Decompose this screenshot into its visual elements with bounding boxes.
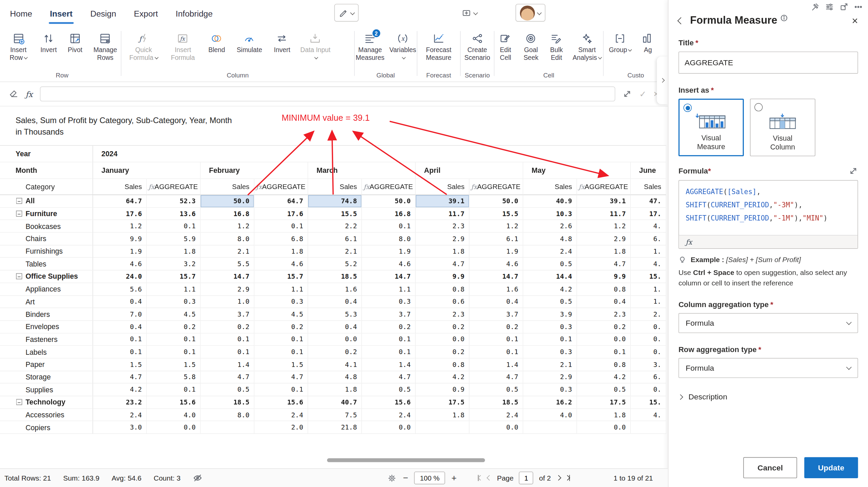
table-cell[interactable]: 1.5 (93, 358, 147, 371)
table-cell[interactable]: 1.6 (308, 283, 362, 296)
first-page-button[interactable] (478, 475, 482, 481)
table-cell[interactable]: 4.7 (254, 371, 308, 384)
table-cell[interactable]: 0.8 (577, 283, 631, 296)
table-cell[interactable]: 0.3 (362, 296, 416, 308)
table-cell[interactable]: 0.6 (416, 296, 470, 308)
row-label[interactable]: Furniture (0, 208, 93, 220)
table-cell[interactable]: 1. (631, 245, 666, 258)
table-cell[interactable]: 4.2 (523, 283, 577, 296)
table-cell[interactable]: 9.9 (416, 271, 470, 283)
table-cell[interactable]: 4.2 (416, 371, 470, 384)
table-cell[interactable]: 5.3 (308, 308, 362, 321)
table-cell[interactable]: 0.1 (147, 220, 201, 233)
table-cell[interactable]: 2.3 (577, 308, 631, 321)
table-cell[interactable]: 3.7 (201, 308, 254, 321)
table-cell[interactable]: 1.9 (93, 245, 147, 258)
page-input[interactable] (519, 471, 534, 484)
table-cell[interactable]: 0.2 (147, 321, 201, 333)
sales-column-header[interactable]: Sales (93, 179, 147, 195)
table-cell[interactable]: 16.8 (201, 208, 254, 220)
month-label[interactable]: Month (0, 162, 93, 179)
table-cell[interactable]: 15.6 (147, 396, 201, 409)
table-cell[interactable]: 1.8 (416, 245, 470, 258)
table-cell[interactable]: 0. (631, 321, 666, 333)
table-cell[interactable]: 0. (631, 384, 666, 396)
hide-stats-icon[interactable] (193, 473, 202, 483)
goal-seek-button[interactable]: Goal Seek (520, 30, 542, 72)
table-cell[interactable]: 6.1 (470, 233, 523, 245)
more-options-icon[interactable] (854, 3, 863, 11)
sales-column-header[interactable]: Sales (416, 179, 470, 195)
table-cell[interactable]: 1.4 (362, 358, 416, 371)
table-cell[interactable]: 2.1 (201, 245, 254, 258)
table-cell[interactable]: 0.2 (416, 346, 470, 358)
back-button[interactable] (678, 17, 685, 24)
table-cell[interactable]: 4.2 (93, 384, 147, 396)
table-cell[interactable]: 14.4 (523, 271, 577, 283)
table-cell[interactable]: 1.1 (362, 283, 416, 296)
table-cell[interactable]: 0.1 (93, 333, 147, 346)
row-label[interactable]: Copiers (0, 421, 93, 434)
table-cell[interactable]: 6.1 (308, 233, 362, 245)
table-cell[interactable]: 4.2 (577, 371, 631, 384)
insert-row-button[interactable]: Insert Row (3, 30, 33, 72)
table-cell[interactable]: 0.0 (470, 421, 523, 434)
year-label[interactable]: Year (0, 146, 93, 162)
table-cell[interactable]: 2.4 (523, 245, 577, 258)
table-cell[interactable]: 2.3 (416, 220, 470, 233)
table-cell[interactable]: 0.3 (523, 384, 577, 396)
row-label[interactable]: Labels (0, 346, 93, 358)
table-cell[interactable]: 0.1 (523, 333, 577, 346)
table-cell[interactable]: 0.3 (147, 296, 201, 308)
table-cell[interactable]: 17.6 (254, 208, 308, 220)
table-cell[interactable]: 0.5 (470, 384, 523, 396)
table-cell[interactable]: 0.1 (201, 333, 254, 346)
table-cell[interactable]: 0.1 (362, 220, 416, 233)
table-cell[interactable]: 3. (631, 358, 666, 371)
table-cell[interactable]: 1.4 (201, 358, 254, 371)
table-cell[interactable]: 2.9 (523, 371, 577, 384)
info-icon[interactable] (781, 14, 788, 21)
month-cell[interactable]: April (416, 162, 523, 179)
table-cell[interactable]: 9.9 (577, 271, 631, 283)
table-cell[interactable]: 1.4 (470, 358, 523, 371)
sales-column-header[interactable]: Sales (308, 179, 362, 195)
pivot-button[interactable]: Pivot (64, 30, 86, 72)
visual-column-option[interactable]: Visual Column (750, 99, 815, 156)
table-cell[interactable]: 0.2 (416, 321, 470, 333)
table-cell[interactable]: 4.0 (147, 409, 201, 421)
table-cell[interactable]: 0.0 (308, 333, 362, 346)
table-cell[interactable]: 0.1 (147, 346, 201, 358)
row-label[interactable]: Accessories (0, 409, 93, 421)
table-cell[interactable]: 13.6 (147, 208, 201, 220)
quick-formula-button[interactable]: ƒ Quick Formula (126, 30, 161, 72)
table-cell[interactable]: 2.4 (93, 409, 147, 421)
formula-editor[interactable]: AGGREGATE([Sales],SHIFT(CURRENT_PERIOD,"… (679, 180, 858, 249)
aggregate-column-header[interactable]: ƒxAGGREGATE (470, 179, 523, 195)
table-cell[interactable]: 0.1 (254, 384, 308, 396)
row-label[interactable]: Storage (0, 371, 93, 384)
table-cell[interactable]: 0.4 (308, 321, 362, 333)
row-agg-dropdown[interactable]: Formula (679, 358, 858, 378)
table-cell[interactable]: 3.9 (523, 308, 577, 321)
table-cell[interactable]: 0.8 (416, 283, 470, 296)
table-cell[interactable]: 15.6 (362, 396, 416, 409)
table-cell[interactable]: 0.4 (470, 296, 523, 308)
table-cell[interactable]: 0.0 (362, 421, 416, 434)
collapse-icon[interactable] (16, 198, 22, 204)
table-cell[interactable]: 6.8 (254, 233, 308, 245)
collapse-icon[interactable] (16, 274, 22, 280)
tab-infobridge[interactable]: Infobridge (175, 1, 214, 25)
edit-cell-button[interactable]: Edit Cell (495, 30, 517, 72)
table-cell[interactable]: 2.6 (523, 220, 577, 233)
table-cell[interactable]: 0.0 (147, 421, 201, 434)
table-cell[interactable]: 15. (631, 396, 666, 409)
table-cell[interactable]: 4.0 (523, 409, 577, 421)
table-cell[interactable]: 2.4 (254, 409, 308, 421)
table-cell[interactable]: 4.5 (147, 308, 201, 321)
table-cell[interactable]: 7.5 (308, 409, 362, 421)
row-label[interactable]: Paper (0, 358, 93, 371)
account-button[interactable] (516, 4, 545, 21)
table-cell[interactable]: 0.5 (523, 296, 577, 308)
table-cell[interactable] (201, 421, 254, 434)
